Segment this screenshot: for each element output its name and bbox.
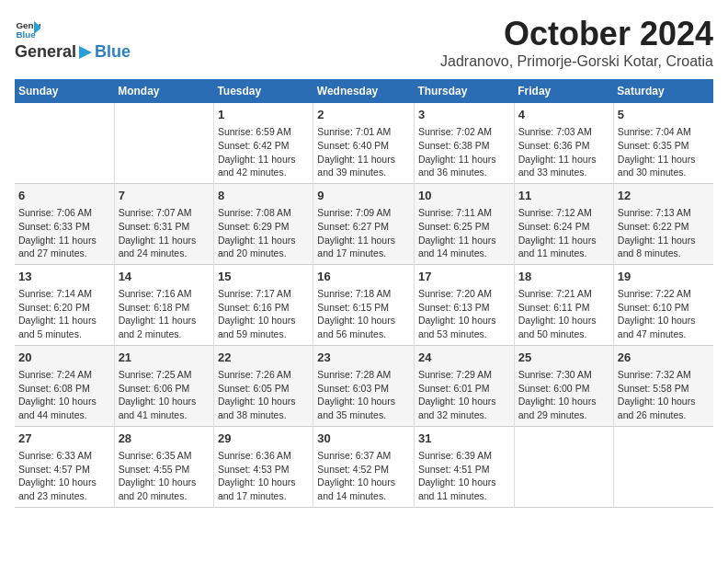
day-info: Sunrise: 6:35 AM Sunset: 4:55 PM Dayligh… xyxy=(119,449,210,503)
day-number: 20 xyxy=(18,350,110,366)
calendar-cell: 11Sunrise: 7:12 AM Sunset: 6:24 PM Dayli… xyxy=(514,183,613,264)
calendar-cell: 1Sunrise: 6:59 AM Sunset: 6:42 PM Daylig… xyxy=(213,103,313,183)
logo-general: General xyxy=(15,42,76,62)
col-header-tuesday: Tuesday xyxy=(213,79,313,103)
calendar-cell: 7Sunrise: 7:07 AM Sunset: 6:31 PM Daylig… xyxy=(114,183,213,264)
day-info: Sunrise: 7:09 AM Sunset: 6:27 PM Dayligh… xyxy=(317,206,410,260)
logo-icon: General Blue xyxy=(15,15,40,40)
calendar-cell: 23Sunrise: 7:28 AM Sunset: 6:03 PM Dayli… xyxy=(313,345,415,426)
calendar-cell xyxy=(514,426,613,507)
day-number: 7 xyxy=(119,188,210,204)
calendar-cell: 5Sunrise: 7:04 AM Sunset: 6:35 PM Daylig… xyxy=(613,103,713,183)
svg-text:Blue: Blue xyxy=(16,29,36,40)
day-info: Sunrise: 7:13 AM Sunset: 6:22 PM Dayligh… xyxy=(618,206,710,260)
day-number: 24 xyxy=(418,350,510,366)
day-info: Sunrise: 7:16 AM Sunset: 6:18 PM Dayligh… xyxy=(119,287,210,341)
calendar-cell: 6Sunrise: 7:06 AM Sunset: 6:33 PM Daylig… xyxy=(15,183,114,264)
calendar-cell: 16Sunrise: 7:18 AM Sunset: 6:15 PM Dayli… xyxy=(313,264,415,345)
calendar-cell: 21Sunrise: 7:25 AM Sunset: 6:06 PM Dayli… xyxy=(114,345,213,426)
day-info: Sunrise: 7:21 AM Sunset: 6:11 PM Dayligh… xyxy=(518,287,609,341)
day-info: Sunrise: 7:01 AM Sunset: 6:40 PM Dayligh… xyxy=(317,125,410,179)
calendar-cell: 12Sunrise: 7:13 AM Sunset: 6:22 PM Dayli… xyxy=(613,183,713,264)
day-info: Sunrise: 6:39 AM Sunset: 4:51 PM Dayligh… xyxy=(418,449,510,503)
calendar-header-row: SundayMondayTuesdayWednesdayThursdayFrid… xyxy=(15,79,713,103)
day-info: Sunrise: 7:18 AM Sunset: 6:15 PM Dayligh… xyxy=(317,287,410,341)
svg-marker-3 xyxy=(79,46,92,59)
day-info: Sunrise: 6:59 AM Sunset: 6:42 PM Dayligh… xyxy=(218,125,309,179)
day-number: 8 xyxy=(218,188,309,204)
calendar-cell: 28Sunrise: 6:35 AM Sunset: 4:55 PM Dayli… xyxy=(114,426,213,507)
day-info: Sunrise: 7:06 AM Sunset: 6:33 PM Dayligh… xyxy=(18,206,110,260)
calendar-cell: 25Sunrise: 7:30 AM Sunset: 6:00 PM Dayli… xyxy=(514,345,613,426)
day-number: 10 xyxy=(418,188,510,204)
title-block: October 2024 Jadranovo, Primorje-Gorski … xyxy=(440,15,713,70)
calendar-cell: 15Sunrise: 7:17 AM Sunset: 6:16 PM Dayli… xyxy=(213,264,313,345)
day-info: Sunrise: 7:22 AM Sunset: 6:10 PM Dayligh… xyxy=(618,287,710,341)
day-number: 22 xyxy=(218,350,309,366)
day-info: Sunrise: 7:03 AM Sunset: 6:36 PM Dayligh… xyxy=(518,125,609,179)
day-number: 11 xyxy=(518,188,609,204)
day-number: 26 xyxy=(618,350,710,366)
day-info: Sunrise: 7:11 AM Sunset: 6:25 PM Dayligh… xyxy=(418,206,510,260)
day-number: 17 xyxy=(418,269,510,285)
day-number: 9 xyxy=(317,188,410,204)
calendar-cell: 4Sunrise: 7:03 AM Sunset: 6:36 PM Daylig… xyxy=(514,103,613,183)
day-number: 21 xyxy=(119,350,210,366)
day-info: Sunrise: 7:20 AM Sunset: 6:13 PM Dayligh… xyxy=(418,287,510,341)
day-number: 12 xyxy=(618,188,710,204)
day-number: 31 xyxy=(418,431,510,447)
calendar-week-row: 27Sunrise: 6:33 AM Sunset: 4:57 PM Dayli… xyxy=(15,426,713,507)
calendar-cell: 27Sunrise: 6:33 AM Sunset: 4:57 PM Dayli… xyxy=(15,426,114,507)
calendar-cell: 29Sunrise: 6:36 AM Sunset: 4:53 PM Dayli… xyxy=(213,426,313,507)
day-number: 1 xyxy=(218,107,309,123)
day-number: 25 xyxy=(518,350,609,366)
day-number: 4 xyxy=(518,107,609,123)
col-header-thursday: Thursday xyxy=(414,79,514,103)
day-info: Sunrise: 7:14 AM Sunset: 6:20 PM Dayligh… xyxy=(18,287,110,341)
day-info: Sunrise: 6:37 AM Sunset: 4:52 PM Dayligh… xyxy=(317,449,410,503)
day-number: 6 xyxy=(18,188,110,204)
logo: General Blue General Blue xyxy=(15,15,131,62)
day-info: Sunrise: 7:08 AM Sunset: 6:29 PM Dayligh… xyxy=(218,206,309,260)
day-number: 3 xyxy=(418,107,510,123)
calendar-cell: 9Sunrise: 7:09 AM Sunset: 6:27 PM Daylig… xyxy=(313,183,415,264)
day-number: 27 xyxy=(18,431,110,447)
calendar-cell: 3Sunrise: 7:02 AM Sunset: 6:38 PM Daylig… xyxy=(414,103,514,183)
col-header-wednesday: Wednesday xyxy=(313,79,415,103)
calendar-cell: 10Sunrise: 7:11 AM Sunset: 6:25 PM Dayli… xyxy=(414,183,514,264)
calendar-cell: 13Sunrise: 7:14 AM Sunset: 6:20 PM Dayli… xyxy=(15,264,114,345)
day-number: 16 xyxy=(317,269,410,285)
day-info: Sunrise: 7:02 AM Sunset: 6:38 PM Dayligh… xyxy=(418,125,510,179)
calendar-cell: 18Sunrise: 7:21 AM Sunset: 6:11 PM Dayli… xyxy=(514,264,613,345)
col-header-friday: Friday xyxy=(514,79,613,103)
day-number: 5 xyxy=(618,107,710,123)
day-info: Sunrise: 7:25 AM Sunset: 6:06 PM Dayligh… xyxy=(119,368,210,422)
day-info: Sunrise: 7:07 AM Sunset: 6:31 PM Dayligh… xyxy=(119,206,210,260)
day-info: Sunrise: 7:29 AM Sunset: 6:01 PM Dayligh… xyxy=(418,368,510,422)
day-number: 14 xyxy=(119,269,210,285)
calendar-cell: 22Sunrise: 7:26 AM Sunset: 6:05 PM Dayli… xyxy=(213,345,313,426)
calendar-cell: 24Sunrise: 7:29 AM Sunset: 6:01 PM Dayli… xyxy=(414,345,514,426)
day-info: Sunrise: 7:32 AM Sunset: 5:58 PM Dayligh… xyxy=(618,368,710,422)
col-header-monday: Monday xyxy=(114,79,213,103)
day-number: 19 xyxy=(618,269,710,285)
calendar-cell: 31Sunrise: 6:39 AM Sunset: 4:51 PM Dayli… xyxy=(414,426,514,507)
day-number: 15 xyxy=(218,269,309,285)
calendar-cell: 8Sunrise: 7:08 AM Sunset: 6:29 PM Daylig… xyxy=(213,183,313,264)
day-info: Sunrise: 7:24 AM Sunset: 6:08 PM Dayligh… xyxy=(18,368,110,422)
logo-arrow-icon xyxy=(77,44,94,61)
calendar-week-row: 6Sunrise: 7:06 AM Sunset: 6:33 PM Daylig… xyxy=(15,183,713,264)
calendar-cell: 30Sunrise: 6:37 AM Sunset: 4:52 PM Dayli… xyxy=(313,426,415,507)
day-info: Sunrise: 7:26 AM Sunset: 6:05 PM Dayligh… xyxy=(218,368,309,422)
calendar-week-row: 13Sunrise: 7:14 AM Sunset: 6:20 PM Dayli… xyxy=(15,264,713,345)
logo-blue: Blue xyxy=(95,42,131,62)
day-info: Sunrise: 7:04 AM Sunset: 6:35 PM Dayligh… xyxy=(618,125,710,179)
calendar-cell: 2Sunrise: 7:01 AM Sunset: 6:40 PM Daylig… xyxy=(313,103,415,183)
day-number: 2 xyxy=(317,107,410,123)
day-info: Sunrise: 7:30 AM Sunset: 6:00 PM Dayligh… xyxy=(518,368,609,422)
day-number: 23 xyxy=(317,350,410,366)
calendar-week-row: 20Sunrise: 7:24 AM Sunset: 6:08 PM Dayli… xyxy=(15,345,713,426)
day-number: 30 xyxy=(317,431,410,447)
day-number: 18 xyxy=(518,269,609,285)
calendar-cell: 17Sunrise: 7:20 AM Sunset: 6:13 PM Dayli… xyxy=(414,264,514,345)
